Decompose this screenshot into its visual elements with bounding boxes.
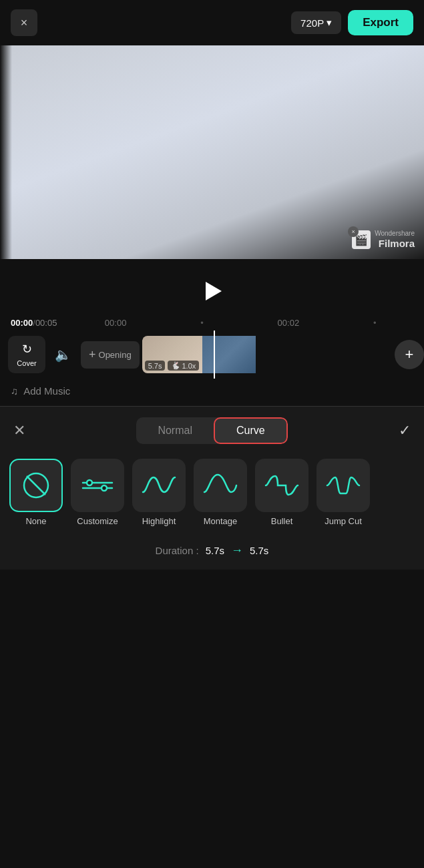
filmora-brand: Wondershare Filmora — [375, 230, 415, 250]
curve-thumb-highlight — [132, 459, 186, 512]
curve-thumb-montage — [194, 459, 247, 512]
svg-point-5 — [101, 485, 107, 491]
close-button[interactable]: × — [11, 9, 37, 36]
time-ruler: 00:00 / 00:05 00:00 • 00:02 • — [0, 315, 424, 331]
volume-icon[interactable]: 🔈 — [55, 347, 71, 363]
jumpcut-icon — [325, 472, 362, 499]
add-music-label: Add Music — [23, 385, 70, 397]
curve-thumb-bullet — [255, 459, 308, 512]
curve-label-bullet: Bullet — [271, 516, 293, 526]
filmora-brand-top: Wondershare — [375, 230, 415, 238]
ruler-dot-1: • — [200, 318, 204, 328]
bottom-panel: ✕ Normal Curve ✓ None — [0, 406, 424, 570]
duration-to: 5.7s — [250, 545, 268, 556]
video-preview: × 🎬 Wondershare Filmora — [0, 45, 424, 259]
quality-label: 720P — [300, 17, 324, 29]
close-icon: × — [21, 16, 28, 30]
speed-icon: 🐇 — [171, 361, 180, 370]
header-right: 720P ▾ Export — [291, 10, 413, 35]
play-button[interactable] — [198, 276, 227, 306]
opening-label: Opening — [99, 350, 132, 360]
play-icon — [206, 282, 222, 300]
ruler-dot-2: • — [373, 318, 377, 328]
dropdown-arrow-icon: ▾ — [327, 17, 332, 29]
customize-icon — [80, 472, 115, 499]
add-clip-button[interactable]: + — [395, 340, 424, 369]
mode-tabs-row: ✕ Normal Curve ✓ — [0, 407, 424, 453]
cover-label: Cover — [17, 359, 36, 367]
curve-label-montage: Montage — [204, 516, 238, 526]
bullet-icon — [263, 472, 300, 499]
strip-badge-time: 5.7s — [145, 361, 166, 371]
ruler-ticks: 00:00 • 00:02 • — [67, 318, 413, 328]
highlight-icon — [140, 472, 178, 499]
tab-normal[interactable]: Normal — [136, 417, 214, 444]
curve-item-highlight[interactable]: Highlight — [130, 459, 188, 526]
filmora-brand-bottom: Filmora — [379, 238, 415, 250]
svg-line-1 — [27, 476, 45, 495]
quality-button[interactable]: 720P ▾ — [291, 11, 341, 34]
playback-controls — [0, 271, 424, 315]
filmora-watermark: × 🎬 Wondershare Filmora — [352, 230, 415, 250]
curve-label-none: None — [25, 516, 46, 526]
cover-refresh-icon: ↻ — [22, 342, 32, 357]
curve-label-jumpcut: Jump Cut — [325, 516, 362, 526]
opening-button[interactable]: + Opening — [81, 341, 140, 369]
strip-badges: 5.7s 🐇 1.0x — [145, 361, 200, 371]
timeline-tracks: ↻ Cover 🔈 + Opening 5.7s 🐇 1.0x + — [0, 331, 424, 379]
duration-from: 5.7s — [206, 545, 224, 556]
curve-item-montage[interactable]: Montage — [191, 459, 250, 526]
close-mode-button[interactable]: ✕ — [13, 422, 25, 439]
timeline-area: 00:00 / 00:05 00:00 • 00:02 • ↻ Cover 🔈 … — [0, 259, 424, 406]
curve-thumb-none — [9, 459, 63, 512]
duration-label: Duration : — [156, 545, 199, 556]
curve-item-none[interactable]: None — [7, 459, 65, 526]
app-header: × 720P ▾ Export — [0, 0, 424, 45]
duration-arrow-icon: → — [231, 544, 243, 558]
time-current: 00:00 — [11, 318, 33, 328]
mode-tabs-group: Normal Curve — [136, 417, 287, 444]
strip-badge-speed: 🐇 1.0x — [168, 361, 199, 371]
curve-item-bullet[interactable]: Bullet — [252, 459, 311, 526]
add-music-row[interactable]: ♫ Add Music — [0, 379, 424, 406]
svg-point-4 — [87, 480, 92, 485]
video-strip: 5.7s 🐇 1.0x — [142, 336, 389, 373]
playhead — [214, 331, 215, 379]
curve-item-customize[interactable]: Customize — [68, 459, 127, 526]
cover-button[interactable]: ↻ Cover — [8, 336, 45, 373]
time-total: 00:05 — [35, 318, 57, 328]
curve-thumb-jumpcut — [316, 459, 370, 512]
tab-curve[interactable]: Curve — [214, 417, 288, 444]
ruler-tick-2: 00:02 — [278, 318, 300, 328]
curve-item-jumpcut[interactable]: Jump Cut — [314, 459, 373, 526]
video-dark-edge — [0, 45, 12, 259]
duration-bar: Duration : 5.7s → 5.7s — [0, 535, 424, 563]
curve-label-customize: Customize — [77, 516, 118, 526]
curve-label-highlight: Highlight — [142, 516, 176, 526]
montage-icon — [202, 472, 239, 499]
curve-options: None Customize Highlight — [0, 453, 424, 535]
confirm-mode-button[interactable]: ✓ — [399, 422, 411, 439]
strip-segment-2 — [202, 336, 256, 373]
opening-plus-icon: + — [89, 348, 96, 362]
none-icon — [21, 471, 51, 500]
curve-thumb-customize — [71, 459, 124, 512]
music-note-icon: ♫ — [11, 385, 18, 397]
export-button[interactable]: Export — [348, 10, 413, 35]
ruler-tick-1: 00:00 — [105, 318, 127, 328]
